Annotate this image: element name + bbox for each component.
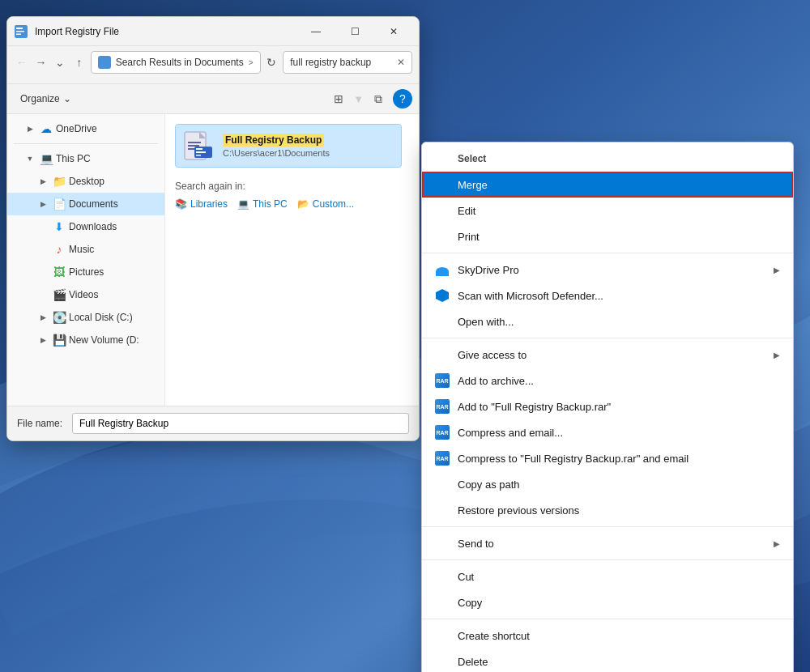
view-buttons: ⊞ ▼ ⧉ ? bbox=[327, 87, 412, 110]
edit-icon bbox=[435, 203, 450, 218]
sidebar-item-downloads[interactable]: ⬇ Downloads bbox=[7, 215, 164, 238]
organize-button[interactable]: Organize ⌄ bbox=[14, 90, 78, 108]
this-pc-search-label: This PC bbox=[253, 198, 288, 210]
ctx-item-print[interactable]: Print bbox=[422, 223, 793, 249]
search-custom-link[interactable]: 📂 Custom... bbox=[297, 198, 354, 210]
search-this-pc-link[interactable]: 💻 This PC bbox=[237, 198, 288, 210]
documents-folder-icon: 📄 bbox=[53, 198, 66, 211]
ctx-item-merge[interactable]: Merge bbox=[422, 172, 793, 198]
ctx-item-create-shortcut[interactable]: Create shortcut bbox=[422, 623, 793, 649]
ctx-item-select[interactable]: Select bbox=[422, 146, 793, 172]
ctx-item-defender[interactable]: Scan with Microsoft Defender... bbox=[422, 283, 793, 308]
documents-label: Documents bbox=[69, 198, 161, 210]
filename-label: File name: bbox=[17, 418, 62, 429]
cut-icon bbox=[435, 569, 450, 584]
onedrive-label: OneDrive bbox=[56, 123, 161, 134]
ctx-item-copy-path[interactable]: Copy as path bbox=[422, 471, 793, 497]
search-again-label: Search again in: bbox=[175, 181, 409, 192]
ctx-item-add-archive[interactable]: RAR Add to archive... bbox=[422, 368, 793, 393]
downloads-chevron-icon bbox=[36, 220, 49, 233]
sidebar-item-desktop[interactable]: ▶ 📁 Desktop bbox=[7, 170, 164, 193]
view-grid-button[interactable]: ⊞ bbox=[327, 87, 350, 110]
skydrive-arrow-icon: ▶ bbox=[774, 266, 780, 274]
search-bar[interactable]: full registry backup ✕ bbox=[283, 51, 412, 74]
refresh-button[interactable]: ↻ bbox=[264, 51, 280, 74]
ctx-item-compress-rar-email[interactable]: RAR Compress to "Full Registry Backup.ra… bbox=[422, 445, 793, 471]
file-name-text: Full Registry Backup bbox=[223, 134, 324, 147]
grid-view-icon: ⊞ bbox=[334, 92, 343, 105]
pictures-icon: 🖼 bbox=[53, 266, 66, 279]
ctx-item-delete[interactable]: Delete bbox=[422, 649, 793, 672]
sidebar-item-music[interactable]: ♪ Music bbox=[7, 238, 164, 261]
up-button[interactable]: ↑ bbox=[71, 51, 87, 74]
defender-label: Scan with Microsoft Defender... bbox=[458, 290, 603, 302]
custom-label: Custom... bbox=[313, 198, 354, 210]
ctx-item-give-access[interactable]: Give access to ▶ bbox=[422, 342, 793, 368]
sidebar-item-local-disk[interactable]: ▶ 💽 Local Disk (C:) bbox=[7, 306, 164, 329]
cut-label: Cut bbox=[458, 571, 474, 583]
close-button[interactable]: ✕ bbox=[375, 19, 412, 44]
ctx-item-add-rar[interactable]: RAR Add to "Full Registry Backup.rar" bbox=[422, 393, 793, 419]
recent-button[interactable]: ⌄ bbox=[52, 51, 68, 74]
svg-rect-7 bbox=[188, 142, 201, 143]
help-button[interactable]: ? bbox=[393, 89, 412, 108]
give-access-label: Give access to bbox=[458, 349, 526, 361]
onedrive-icon: ☁ bbox=[40, 122, 53, 135]
ctx-item-skydrive[interactable]: SkyDrive Pro ▶ bbox=[422, 257, 793, 283]
svg-rect-4 bbox=[16, 33, 21, 35]
sidebar-item-documents[interactable]: ▶ 📄 Documents bbox=[7, 193, 164, 215]
file-item-registry-backup[interactable]: Full Registry Backup C:\Users\acer1\Docu… bbox=[175, 124, 402, 168]
ctx-item-send-to[interactable]: Send to ▶ bbox=[422, 530, 793, 556]
sidebar: ▶ ☁ OneDrive ▼ 💻 This PC ▶ 📁 Desktop ▶ 📄 bbox=[7, 114, 165, 406]
give-access-arrow-icon: ▶ bbox=[774, 351, 780, 359]
svg-rect-12 bbox=[196, 151, 206, 153]
libraries-label: Libraries bbox=[190, 198, 228, 210]
maximize-button[interactable]: ☐ bbox=[336, 19, 373, 44]
address-bar[interactable]: Search Results in Documents > bbox=[91, 51, 261, 74]
videos-chevron-icon bbox=[36, 288, 49, 301]
sidebar-item-pictures[interactable]: 🖼 Pictures bbox=[7, 261, 164, 283]
add-rar-icon: RAR bbox=[435, 399, 450, 414]
pc-icon: 💻 bbox=[40, 152, 53, 165]
ctx-item-open-with[interactable]: Open with... bbox=[422, 308, 793, 334]
videos-icon: 🎬 bbox=[53, 288, 66, 301]
delete-icon bbox=[435, 654, 450, 669]
sidebar-item-new-volume[interactable]: ▶ 💾 New Volume (D: bbox=[7, 329, 164, 351]
pc-small-icon: 💻 bbox=[237, 198, 249, 210]
address-path: Search Results in Documents bbox=[116, 57, 244, 68]
import-registry-dialog: Import Registry File — ☐ ✕ ← → ⌄ ↑ Searc… bbox=[6, 16, 420, 441]
desktop-folder-icon: 📁 bbox=[53, 175, 66, 188]
view-columns-button[interactable]: ⧉ bbox=[367, 87, 390, 110]
search-clear-button[interactable]: ✕ bbox=[397, 57, 405, 68]
minimize-button[interactable]: — bbox=[297, 19, 335, 44]
svg-rect-11 bbox=[196, 148, 202, 150]
sidebar-item-this-pc[interactable]: ▼ 💻 This PC bbox=[7, 147, 164, 170]
address-folder-icon bbox=[98, 56, 111, 69]
select-label: Select bbox=[458, 153, 486, 164]
copy-icon bbox=[435, 595, 450, 610]
nav-row: ← → ⌄ ↑ Search Results in Documents > ↻ … bbox=[14, 51, 412, 74]
search-libraries-link[interactable]: 📚 Libraries bbox=[175, 198, 228, 210]
libraries-icon: 📚 bbox=[175, 198, 187, 210]
search-again-section: Search again in: 📚 Libraries 💻 This PC 📂… bbox=[175, 181, 409, 210]
ctx-item-restore[interactable]: Restore previous versions bbox=[422, 497, 793, 523]
this-pc-label: This PC bbox=[56, 153, 161, 164]
command-bar: Organize ⌄ ⊞ ▼ ⧉ ? bbox=[7, 84, 419, 114]
copy-path-icon bbox=[435, 477, 450, 491]
ctx-item-copy[interactable]: Copy bbox=[422, 589, 793, 615]
forward-button[interactable]: → bbox=[33, 51, 49, 74]
back-button[interactable]: ← bbox=[14, 51, 30, 74]
filename-input[interactable] bbox=[72, 413, 409, 434]
onedrive-chevron-icon: ▶ bbox=[23, 122, 36, 135]
compress-rar-email-label: Compress to "Full Registry Backup.rar" a… bbox=[458, 453, 688, 465]
ctx-item-edit[interactable]: Edit bbox=[422, 198, 793, 223]
ctx-item-cut[interactable]: Cut bbox=[422, 564, 793, 589]
file-content-area: Full Registry Backup C:\Users\acer1\Docu… bbox=[165, 114, 419, 406]
sidebar-divider-1 bbox=[14, 143, 158, 144]
compress-rar-email-icon: RAR bbox=[435, 451, 450, 466]
organize-chevron-icon: ⌄ bbox=[63, 93, 71, 104]
sidebar-item-onedrive[interactable]: ▶ ☁ OneDrive bbox=[7, 117, 164, 140]
columns-view-icon: ⧉ bbox=[374, 92, 382, 106]
sidebar-item-videos[interactable]: 🎬 Videos bbox=[7, 283, 164, 306]
ctx-item-compress-email[interactable]: RAR Compress and email... bbox=[422, 419, 793, 445]
